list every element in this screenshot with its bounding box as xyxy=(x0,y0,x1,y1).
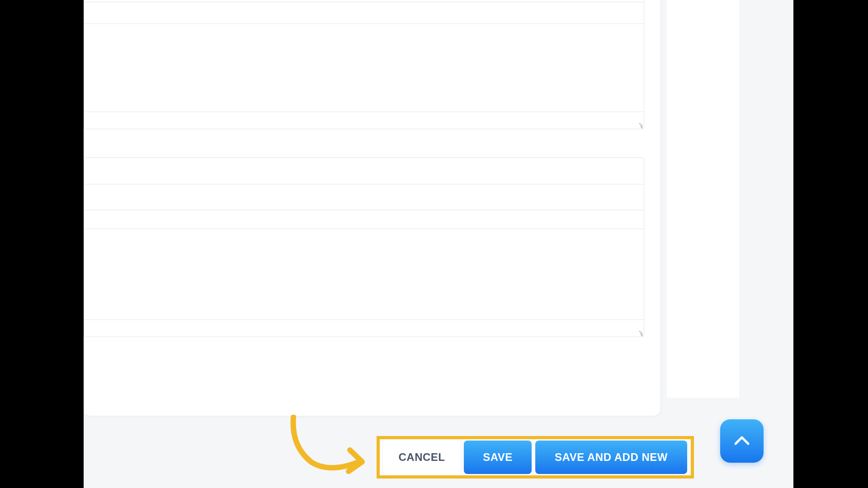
form-textarea[interactable] xyxy=(84,24,644,112)
action-button-bar-highlight: CANCEL SAVE SAVE AND ADD NEW xyxy=(377,436,694,479)
form-input-row[interactable] xyxy=(84,2,644,24)
right-sidebar-panel xyxy=(667,0,739,398)
form-footer-row[interactable] xyxy=(84,112,644,129)
form-input-row[interactable] xyxy=(84,210,644,229)
chevron-up-icon xyxy=(732,431,752,451)
resize-handle-icon[interactable] xyxy=(637,122,643,128)
scroll-to-top-button[interactable] xyxy=(720,419,764,463)
save-button[interactable]: SAVE xyxy=(464,441,532,474)
form-textarea[interactable] xyxy=(84,229,644,320)
arrow-annotation-icon xyxy=(284,415,375,478)
form-footer-row[interactable] xyxy=(84,320,644,337)
form-section-1 xyxy=(84,0,644,129)
save-button-label: SAVE xyxy=(483,451,513,464)
form-input-row[interactable] xyxy=(84,157,644,184)
cancel-button[interactable]: CANCEL xyxy=(383,441,460,474)
resize-handle-icon[interactable] xyxy=(637,329,643,336)
save-and-add-new-button[interactable]: SAVE AND ADD NEW xyxy=(535,441,687,474)
cancel-button-label: CANCEL xyxy=(399,451,445,464)
save-and-add-new-button-label: SAVE AND ADD NEW xyxy=(555,451,668,464)
page-container: CANCEL SAVE SAVE AND ADD NEW xyxy=(84,0,793,488)
form-card xyxy=(84,0,660,416)
form-input-row[interactable] xyxy=(84,184,644,210)
form-section-2 xyxy=(84,157,644,338)
